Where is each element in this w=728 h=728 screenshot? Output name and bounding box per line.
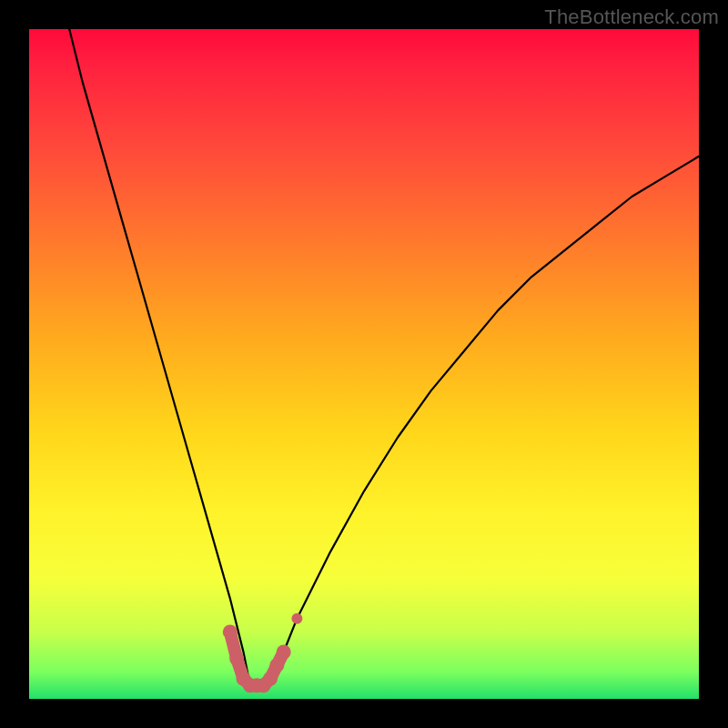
svg-point-9 (291, 613, 302, 624)
svg-point-1 (229, 652, 244, 666)
svg-point-8 (277, 645, 291, 660)
svg-point-7 (269, 658, 284, 672)
svg-point-0 (223, 624, 238, 639)
svg-point-6 (263, 672, 278, 686)
optimal-region-dots (223, 613, 303, 693)
attribution-text: TheBottleneck.com (544, 5, 719, 29)
bottleneck-curve (69, 29, 699, 685)
curve-layer (29, 29, 699, 699)
chart-frame: TheBottleneck.com (0, 0, 728, 728)
plot-area (29, 29, 699, 699)
